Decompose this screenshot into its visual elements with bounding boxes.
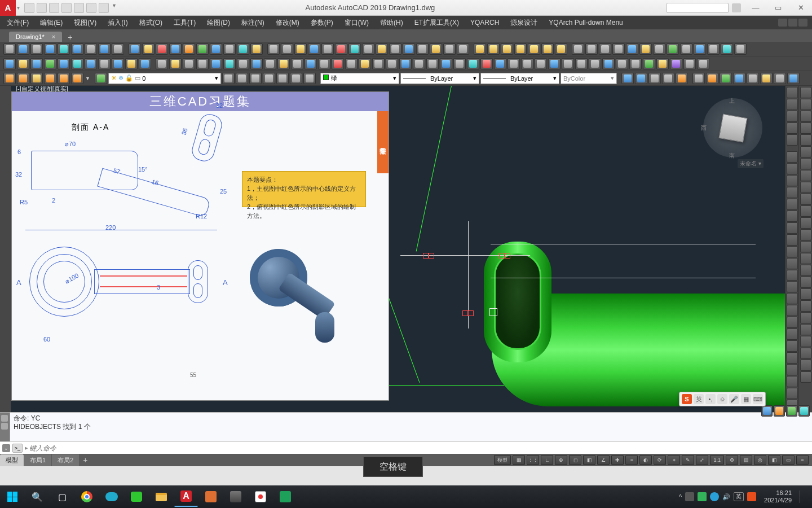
tool-icon[interactable] (494, 58, 506, 69)
status-hardware-icon[interactable]: ◧ (768, 455, 780, 465)
tool-icon[interactable] (501, 43, 513, 55)
tool-icon[interactable] (800, 170, 811, 181)
tool-icon[interactable] (575, 58, 588, 69)
ime-lang[interactable]: 英 (694, 394, 704, 404)
tool-icon[interactable] (760, 73, 773, 84)
tool-icon[interactable] (800, 277, 811, 288)
tool-icon[interactable] (707, 43, 720, 55)
tool-icon[interactable] (787, 187, 798, 198)
mdi-close-icon[interactable] (798, 19, 807, 27)
status-osnap-icon[interactable]: ◻ (569, 455, 581, 465)
menu-window[interactable]: 窗口(W) (339, 16, 374, 29)
menu-format[interactable]: 格式(O) (134, 16, 168, 29)
tool-icon[interactable] (281, 43, 293, 55)
tool-icon[interactable] (58, 58, 70, 69)
ime-emoji-icon[interactable]: ☺ (717, 394, 727, 404)
viewcube-south[interactable]: 南 (729, 152, 735, 160)
tool-icon[interactable] (44, 58, 56, 69)
tool-icon[interactable] (3, 58, 16, 69)
tool-icon[interactable] (787, 151, 798, 163)
linetype-dropdown[interactable]: ByLayer▾ (480, 73, 559, 84)
status-gear-icon[interactable]: ⚙ (726, 455, 738, 465)
status-custom-icon[interactable]: ≡ (796, 455, 809, 465)
tool-icon[interactable] (787, 340, 798, 352)
tool-icon[interactable] (223, 43, 236, 55)
tool-icon[interactable] (562, 58, 574, 69)
task-recorder-icon[interactable] (249, 487, 272, 507)
tool-icon[interactable] (800, 288, 811, 300)
tool-icon[interactable] (692, 73, 705, 84)
tool-icon[interactable] (800, 348, 811, 359)
tool-icon[interactable] (734, 43, 747, 55)
tray-chevron-icon[interactable]: ^ (679, 493, 682, 500)
tool-icon[interactable] (521, 58, 533, 69)
menu-edit[interactable]: 编辑(E) (34, 16, 68, 29)
tray-clock[interactable]: 16:21 2021/4/29 (760, 489, 796, 504)
tool-icon[interactable] (303, 73, 316, 84)
tray-people-icon[interactable] (685, 492, 694, 501)
tool-icon[interactable] (345, 58, 358, 69)
tool-icon[interactable] (656, 58, 669, 69)
tool-icon[interactable] (222, 73, 235, 84)
tool-icon[interactable] (720, 73, 732, 84)
tool-icon[interactable] (800, 324, 811, 335)
tool-icon[interactable] (236, 73, 248, 84)
command-input[interactable] (29, 444, 810, 452)
tool-icon[interactable] (800, 265, 811, 276)
menu-dimension[interactable]: 标注(N) (236, 16, 270, 29)
status-ortho-icon[interactable]: ∟ (541, 455, 553, 465)
maximize-button[interactable]: ▭ (767, 2, 789, 14)
tool-icon[interactable] (304, 58, 317, 69)
tool-icon[interactable] (787, 211, 798, 222)
tool-icon[interactable] (774, 405, 785, 417)
tool-icon[interactable] (237, 58, 249, 69)
tool-icon[interactable] (643, 58, 655, 69)
mdi-min-icon[interactable] (778, 19, 787, 27)
tool-icon[interactable] (787, 163, 798, 174)
tool-icon[interactable] (142, 43, 155, 55)
tool-icon[interactable] (376, 43, 388, 55)
tool-icon[interactable] (457, 43, 469, 55)
tool-icon[interactable] (697, 58, 709, 69)
tool-icon[interactable] (694, 43, 706, 55)
tool-icon[interactable] (98, 58, 111, 69)
menu-yuanquan[interactable]: 源泉设计 (505, 16, 543, 29)
tool-icon[interactable] (787, 305, 798, 316)
tool-icon[interactable] (683, 58, 696, 69)
status-isolate-icon[interactable]: ◎ (754, 455, 766, 465)
tool-icon[interactable] (112, 43, 124, 55)
ime-logo-icon[interactable]: S (682, 394, 692, 404)
tool-icon[interactable] (399, 58, 412, 69)
tool-icon[interactable] (3, 73, 16, 84)
tool-icon[interactable] (223, 58, 236, 69)
tool-icon[interactable] (129, 43, 141, 55)
task-autocad-icon[interactable]: A (174, 487, 198, 507)
nav-wheel-icon[interactable] (787, 87, 798, 98)
tool-icon[interactable] (800, 99, 811, 110)
qat-save-icon[interactable] (49, 3, 59, 13)
tool-icon[interactable] (487, 43, 500, 55)
tool-icon[interactable] (787, 73, 800, 84)
tool-icon[interactable] (453, 58, 466, 69)
tool-icon[interactable] (58, 43, 70, 55)
tool-icon[interactable] (787, 234, 798, 246)
tool-icon[interactable] (626, 43, 638, 55)
ime-mic-icon[interactable]: 🎤 (729, 394, 739, 404)
tool-icon[interactable] (800, 87, 811, 98)
status-annoscale[interactable]: 1:1 (710, 455, 724, 465)
menu-yqarch-pulldown[interactable]: YQArch Pull-down Menu (543, 16, 628, 29)
tool-icon[interactable] (389, 43, 401, 55)
tool-icon[interactable] (800, 253, 811, 264)
tool-icon[interactable] (474, 43, 486, 55)
tool-icon[interactable] (210, 43, 222, 55)
tray-cloud-icon[interactable] (710, 492, 719, 501)
tray-wechat-icon[interactable] (698, 492, 707, 501)
tool-icon[interactable] (30, 58, 43, 69)
ime-punct-icon[interactable]: •, (705, 394, 716, 404)
menu-tools[interactable]: 工具(T) (168, 16, 201, 29)
tool-icon[interactable] (267, 43, 280, 55)
tool-icon[interactable] (662, 73, 674, 84)
qat-print-icon[interactable] (74, 3, 84, 13)
tool-icon[interactable] (706, 73, 718, 84)
tool-icon[interactable] (71, 43, 83, 55)
